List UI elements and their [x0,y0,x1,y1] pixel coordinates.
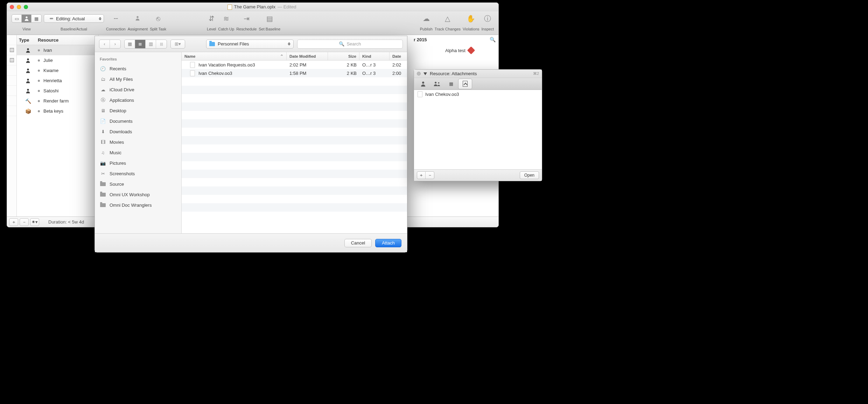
sidebar-item[interactable]: Source [95,179,181,189]
file-row-empty [182,94,407,102]
tab-assignments-icon[interactable] [430,79,444,89]
search-field[interactable]: 🔍 Search [297,40,403,49]
zoom-window-button[interactable] [24,5,28,9]
file-row[interactable]: Ivan Vacation Requests.oo32:02 PM2 KBO…r… [182,61,407,69]
duration-label: Duration: < 5w 4d [48,219,84,225]
window-edited-label: — Edited [278,4,296,9]
col-resource[interactable]: Resource [38,37,98,43]
resource-row[interactable]: 📦Beta keys [17,106,98,116]
catch-up-icon[interactable]: ≋ [223,14,229,23]
material-icon: 📦 [25,108,31,114]
folder-popup[interactable]: Personnel Files [206,40,294,49]
inspector-close-button[interactable] [417,72,421,76]
sidebar-item[interactable]: 📷Pictures [95,158,181,168]
sidebar-item[interactable]: 🕘Recents [95,63,181,74]
sidebar-item[interactable]: ⒶApplications [95,95,181,105]
add-button[interactable]: ＋ [9,218,18,226]
connection-icon[interactable]: ╌ [114,14,118,23]
violations-icon[interactable]: ✋ [467,14,475,23]
bullet-icon [38,110,40,112]
add-attachment-button[interactable]: ＋ [417,172,426,179]
coverflow-view-button[interactable]: ⫼ [156,40,167,48]
outline-icon[interactable] [10,48,14,52]
action-menu-button[interactable]: ✷▾ [30,218,39,226]
sidebar-item[interactable]: Omni UX Workshop [95,189,181,200]
view-mode-gantt-icon[interactable]: ▭ [12,15,22,22]
col-kind[interactable]: Kind [359,52,390,60]
col-date[interactable]: Date [390,52,407,60]
cancel-button[interactable]: Cancel [344,239,372,247]
close-window-button[interactable] [10,5,14,9]
track-changes-icon[interactable]: △ [445,14,450,23]
add-remove-segmented[interactable]: ＋ － [417,171,434,179]
file-picker-sheet: ‹ › ▦ ≣ ▥ ⫼ ⊞▾ Personnel Files 🔍 Search … [94,36,407,253]
attach-button[interactable]: Attach [375,239,401,247]
tab-schedule-icon[interactable]: ▦ [444,79,458,89]
resource-row[interactable]: Satoshi [17,86,98,96]
col-size[interactable]: Size [328,52,359,60]
timeline-header: r 2015 [414,37,427,42]
remove-attachment-button[interactable]: － [426,172,434,179]
file-size: 2 KB [328,62,359,68]
col-type[interactable]: Type [17,37,38,43]
minimize-window-button[interactable] [17,5,21,9]
svg-point-8 [435,81,436,83]
view-mode-segmented[interactable]: ▭ ▦ [12,14,42,23]
reschedule-icon[interactable]: ⇥ [244,14,250,23]
sidebar-item[interactable]: 🗂All My Files [95,74,181,84]
view-mode-calendar-icon[interactable]: ▦ [31,15,41,22]
file-row[interactable]: Ivan Chekov.oo31:58 PM2 KBO…r 32:00 [182,69,407,77]
set-baseline-icon[interactable]: ▤ [266,14,273,23]
open-button[interactable]: Open [520,171,539,179]
file-list: Name⌃ Date Modified Size Kind Date Ivan … [182,52,407,233]
sidebar-item[interactable]: ♫Music [95,147,181,158]
arrange-popup[interactable]: ⊞▾ [170,40,185,49]
publish-icon[interactable]: ☁ [423,14,430,23]
disclosure-triangle-icon[interactable] [424,72,427,75]
sidebar-item[interactable]: ✂︎Screenshots [95,168,181,179]
file-row-empty [182,170,407,178]
outline-icon[interactable] [10,58,14,62]
split-task-icon[interactable]: ⎋ [156,15,160,23]
document-icon [227,5,232,10]
folder-icon [100,191,106,198]
resource-row[interactable]: Julie [17,55,98,65]
remove-button[interactable]: － [20,218,29,226]
search-icon[interactable]: 🔍 [490,37,496,42]
column-view-button[interactable]: ▥ [146,40,156,48]
sidebar-item[interactable]: Omni Doc Wranglers [95,200,181,210]
col-modified[interactable]: Date Modified [287,52,328,60]
sidebar-item[interactable]: ⬇︎Downloads [95,126,181,137]
list-view-button[interactable]: ≣ [135,40,146,48]
view-mode-resource-icon[interactable] [22,15,31,22]
inspect-icon[interactable]: ⓘ [484,14,491,23]
file-icon [418,91,422,97]
set-baseline-label: Set Baseline [259,27,280,31]
icon-view-button[interactable]: ▦ [125,40,135,48]
milestone[interactable]: Alpha test [445,48,474,53]
resource-row[interactable]: Henrietta [17,76,98,86]
nav-back-forward[interactable]: ‹ › [99,40,121,49]
inspector-titlebar[interactable]: Resource: Attachments ⌘2 [414,70,542,78]
milestone-label: Alpha test [445,48,465,53]
resource-row[interactable]: Kwame [17,65,98,76]
forward-button[interactable]: › [110,40,120,48]
back-button[interactable]: ‹ [99,40,110,48]
tab-attachments-icon[interactable] [458,79,472,89]
col-name[interactable]: Name⌃ [182,52,287,60]
view-style-segmented[interactable]: ▦ ≣ ▥ ⫼ [124,40,167,49]
attachment-row[interactable]: Ivan Chekov.oo3 [414,90,542,98]
sidebar-item[interactable]: ☁︎iCloud Drive [95,84,181,95]
folder-name: Personnel Files [218,41,249,47]
resource-row[interactable]: Ivan [17,45,98,55]
baseline-actual-popup[interactable]: Editing: Actual [44,14,104,23]
sidebar-item[interactable]: 🖥Desktop [95,105,181,116]
level-icon[interactable]: ⇵ [209,14,215,23]
sidebar-label: Music [110,150,121,155]
assignment-icon[interactable] [135,15,140,23]
resource-row[interactable]: 🔨Render farm [17,96,98,106]
sidebar-item[interactable]: 📄Documents [95,116,181,126]
attachment-list[interactable]: Ivan Chekov.oo3 [414,90,542,170]
tab-info-icon[interactable] [416,79,430,89]
sidebar-item[interactable]: 🎞Movies [95,137,181,147]
